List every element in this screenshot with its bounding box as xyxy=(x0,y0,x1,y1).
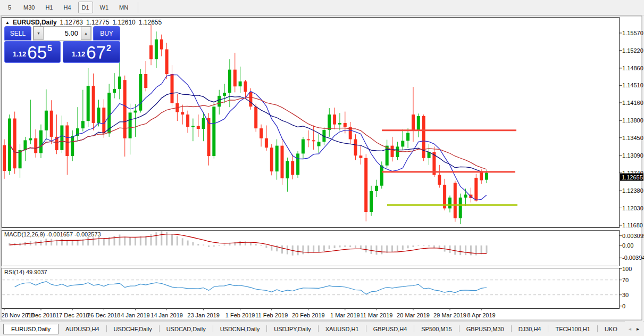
rsi-axis-tick-label: 70 xyxy=(622,277,629,283)
sell-price-big: 65 xyxy=(27,43,47,62)
date-axis-label: 11 Mar 2019 xyxy=(361,312,393,318)
date-axis-label: 23 Jan 2019 xyxy=(187,312,220,318)
buy-price-big: 67 xyxy=(86,43,106,62)
volume-input[interactable] xyxy=(44,27,81,40)
candle xyxy=(364,154,367,221)
mt4-window: 5M30H1H4D1W1MN 1.155701.152201.148601.14… xyxy=(0,0,644,336)
tabs-scroll-left-button[interactable]: ◂ xyxy=(626,326,634,332)
candle xyxy=(212,101,215,159)
date-axis-label: 8 Apr 2019 xyxy=(467,312,495,318)
date-axis-label: 26 Dec 2018 xyxy=(87,312,120,318)
buy-price-display[interactable]: 1.12 67 2 xyxy=(63,41,120,63)
candle xyxy=(254,104,257,132)
date-axis-label: 20 Feb 2019 xyxy=(292,312,325,318)
candle xyxy=(422,114,425,161)
rsi-indicator-label: RSI(14) 49.9037 xyxy=(4,269,47,275)
tabs-scroll-right-button[interactable]: ▸ xyxy=(634,326,642,332)
date-axis-label: 14 Jan 2019 xyxy=(150,312,183,318)
macd-indicator-label: MACD(12,26,9) -0.001657 -0.002573 xyxy=(4,231,101,237)
ohlc-high: 1.12775 xyxy=(86,19,109,26)
sell-price-sup: 5 xyxy=(47,44,52,53)
ohlc-open: 1.12763 xyxy=(60,19,83,26)
sell-price-prefix: 1.12 xyxy=(13,50,26,58)
price-axis-tick-label: 1.13090 xyxy=(622,152,643,159)
sell-button[interactable]: SELL xyxy=(4,26,31,40)
price-axis-tick-label: 1.11680 xyxy=(622,222,643,228)
date-axis-label: 7 Dec 2018 xyxy=(26,312,56,318)
price-axis-tick-label: 1.12030 xyxy=(622,205,643,211)
candle xyxy=(296,151,299,178)
tab-scroll-arrows: ◂ ▸ xyxy=(625,321,643,336)
candle xyxy=(454,181,457,222)
price-axis-tick-label: 1.15570 xyxy=(622,30,643,36)
price-axis-tick-label: 1.13800 xyxy=(622,117,643,124)
price-axis-tick-label: 1.15220 xyxy=(622,47,643,54)
chart-symbol-label: EURUSD,Daily xyxy=(13,19,57,26)
collapse-icon[interactable]: ▲ xyxy=(5,20,10,25)
candle xyxy=(139,69,142,113)
date-axis-label: 17 Dec 2018 xyxy=(56,312,89,318)
rsi-axis-tick-label: 30 xyxy=(622,292,629,298)
price-axis-tick-label: 1.14510 xyxy=(622,82,643,88)
macd-axis-tick-label: 0.00 xyxy=(622,242,633,249)
ohlc-low: 1.12610 xyxy=(112,19,135,26)
volume-increase-button[interactable]: ▴ xyxy=(81,27,91,40)
chart-title: ▲ EURUSD,Daily 1.12763 1.12775 1.12610 1… xyxy=(5,19,162,26)
rsi-axis-tick-label: 100 xyxy=(622,266,632,272)
candle xyxy=(13,112,16,174)
price-axis-tick-label: 1.13450 xyxy=(622,135,643,141)
volume-decrease-button[interactable]: ▾ xyxy=(34,27,44,40)
macd-axis-tick-label: 0.003095 xyxy=(622,233,644,239)
buy-button[interactable]: BUY xyxy=(93,26,120,40)
date-axis-label: 20 Mar 2019 xyxy=(397,312,430,318)
date-axis-label: 1 Feb 2019 xyxy=(225,312,255,318)
buy-price-prefix: 1.12 xyxy=(72,50,85,58)
candle xyxy=(474,174,478,202)
rsi-axis-tick-label: 0 xyxy=(622,303,625,309)
current-price-label: 1.12655 xyxy=(622,174,643,181)
date-axis-label: 1 Mar 2019 xyxy=(330,312,360,318)
volume-stepper: ▾ ▴ xyxy=(33,26,91,40)
buy-price-sup: 2 xyxy=(106,44,111,53)
macd-axis-tick-label: -0.003947 xyxy=(622,255,644,261)
date-axis-label: 4 Jan 2019 xyxy=(121,312,149,318)
price-axis-tick-label: 1.12380 xyxy=(622,187,643,194)
price-axis-tick-label: 1.14160 xyxy=(622,100,643,106)
sell-price-display[interactable]: 1.12 65 5 xyxy=(4,41,61,63)
price-axis-tick-label: 1.14860 xyxy=(622,65,643,71)
date-axis-label: 11 Feb 2019 xyxy=(255,312,288,318)
ohlc-close: 1.12655 xyxy=(139,19,162,26)
one-click-trading-panel: SELL ▾ ▴ BUY 1.12 65 5 1.12 67 2 xyxy=(4,26,120,63)
date-axis-label: 29 Mar 2019 xyxy=(433,312,466,318)
candle xyxy=(270,144,273,176)
